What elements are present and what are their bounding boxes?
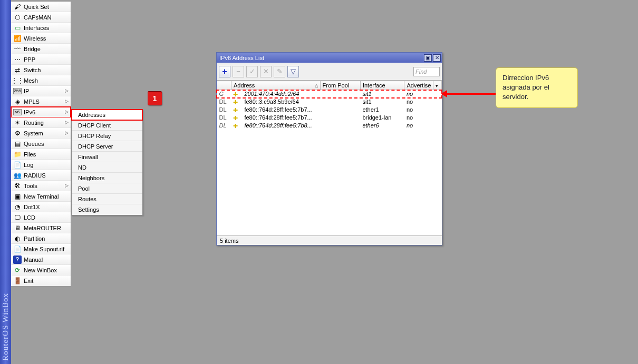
files-icon: 📁 (13, 150, 22, 159)
sidebar-item-ip[interactable]: 255IP▷ (11, 86, 71, 96)
cell-flag: DL (217, 122, 231, 130)
sidebar-item-tools[interactable]: 🛠Tools▷ (11, 181, 71, 191)
cell-advertise: no (404, 114, 433, 122)
sidebar-item-label: Partition (24, 235, 45, 242)
sidebar-item-quick-set[interactable]: 🖌Quick Set (11, 2, 71, 12)
sidebar-item-wireless[interactable]: 📶Wireless (11, 33, 71, 44)
table-row[interactable]: DL✚fe80::764d:28ff:fee5:7b7...ether1no (217, 106, 442, 114)
bridge-icon: 〰 (13, 45, 22, 53)
toolbar-filter-button[interactable]: ▽ (287, 66, 299, 77)
submenu-arrow-icon: ▷ (65, 88, 69, 93)
col-advertise[interactable]: Advertise (404, 81, 433, 90)
cell-from-pool (320, 98, 360, 106)
sidebar-item-label: Bridge (24, 46, 41, 52)
sidebar-item-label: CAPsMAN (24, 14, 52, 21)
cell-address: fe80::764d:28ff:fee5:7b7... (242, 114, 320, 122)
sidebar-item-dot1x[interactable]: ◔Dot1X (11, 202, 71, 212)
sidebar-item-ppp[interactable]: ⋯PPP (11, 54, 71, 65)
routing-icon: ✶ (13, 119, 22, 127)
submenu-item-routes[interactable]: Routes (72, 194, 142, 204)
cell-flag: DL (217, 106, 231, 114)
sidebar-item-label: Queues (24, 141, 44, 147)
table-row[interactable]: G✚2001:470:4:4dd::2/64sit1no (217, 90, 442, 98)
submenu-item-pool[interactable]: Pool (72, 183, 142, 194)
cell-flag: G (217, 90, 231, 98)
table-row[interactable]: DL✚fe80::764d:28ff:fee5:7b7...bridge1-la… (217, 114, 442, 122)
sidebar-item-interfaces[interactable]: ▭Interfaces (11, 23, 71, 33)
sidebar-item-ipv6[interactable]: v6IPv6▷ (11, 107, 71, 117)
find-input[interactable]: Find (413, 67, 440, 76)
sidebar-item-new-terminal[interactable]: ▣New Terminal (11, 191, 71, 202)
col-interface[interactable]: Interface (360, 81, 404, 90)
submenu-item-dhcp-relay[interactable]: DHCP Relay (72, 131, 142, 141)
sidebar-item-system[interactable]: ⚙System▷ (11, 128, 71, 139)
table-row[interactable]: DL✚fe80::764d:28ff:fee5:7b8...ether6no (217, 122, 442, 130)
sidebar-item-partition[interactable]: ◐Partition (11, 233, 71, 244)
toolbar-remove-button[interactable]: − (233, 66, 244, 77)
toolbar-comment-button[interactable]: ✎ (274, 66, 285, 77)
sidebar-item-label: Make Supout.rif (24, 246, 64, 252)
wireless-icon: 📶 (13, 34, 22, 43)
submenu-item-addresses[interactable]: Addresses (72, 110, 142, 120)
submenu-item-neighbors[interactable]: Neighbors (72, 173, 142, 183)
submenu-item-nd[interactable]: ND (72, 162, 142, 173)
sidebar-item-mpls[interactable]: ◈MPLS▷ (11, 96, 71, 107)
sidebar-item-metarouter[interactable]: 🖥MetaROUTER (11, 223, 71, 233)
window-title: IPv6 Address List (219, 55, 424, 61)
mesh-icon: ⋮⋮ (13, 76, 22, 85)
cell-advertise: no (404, 90, 433, 98)
cell-advertise: no (404, 106, 433, 114)
address-icon: ✚ (233, 123, 238, 130)
cell-interface: ether6 (360, 122, 404, 130)
sidebar-item-capsman[interactable]: ⬡CAPsMAN (11, 12, 71, 23)
sidebar-item-manual[interactable]: ?Manual (11, 254, 71, 265)
col-flags[interactable] (217, 81, 231, 90)
make-supout-rif-icon: 📄 (13, 245, 22, 253)
col-address[interactable]: Address △ (231, 81, 320, 90)
cell-interface: sit1 (360, 98, 404, 106)
sidebar-item-radius[interactable]: 👥RADIUS (11, 170, 71, 181)
cell-flag: DL (217, 98, 231, 106)
ipv6-icon: v6 (13, 109, 22, 115)
sidebar-item-mesh[interactable]: ⋮⋮Mesh (11, 75, 71, 86)
new-winbox-icon: ⟳ (13, 266, 22, 274)
sidebar-item-new-winbox[interactable]: ⟳New WinBox (11, 265, 71, 276)
submenu-item-dhcp-client[interactable]: DHCP Client (72, 120, 142, 131)
switch-icon: ⇄ (13, 66, 22, 74)
submenu-item-dhcp-server[interactable]: DHCP Server (72, 141, 142, 152)
col-menu-button[interactable]: ▾ (433, 81, 442, 90)
sidebar-item-label: Log (24, 162, 33, 168)
sidebar-item-label: LCD (24, 214, 35, 221)
sidebar-item-files[interactable]: 📁Files (11, 149, 71, 160)
sidebar-item-bridge[interactable]: 〰Bridge (11, 44, 71, 54)
address-icon: ✚ (233, 107, 238, 114)
sidebar-item-label: Mesh (24, 77, 38, 84)
sidebar-item-exit[interactable]: 🚪Exit (11, 276, 71, 286)
sidebar-item-lcd[interactable]: 🖵LCD (11, 212, 71, 223)
sidebar-item-label: RADIUS (24, 172, 46, 179)
sidebar-item-queues[interactable]: ▤Queues (11, 139, 71, 149)
submenu-item-firewall[interactable]: Firewall (72, 152, 142, 162)
metarouter-icon: 🖥 (13, 224, 22, 232)
submenu-item-settings[interactable]: Settings (72, 204, 142, 215)
sidebar-item-routing[interactable]: ✶Routing▷ (11, 117, 71, 128)
sidebar-item-label: Tools (24, 183, 37, 189)
window-titlebar[interactable]: IPv6 Address List ▣ ✕ (217, 53, 442, 63)
new-terminal-icon: ▣ (13, 192, 22, 201)
exit-icon: 🚪 (13, 277, 22, 285)
toolbar-disable-button[interactable]: ✕ (260, 66, 272, 77)
toolbar-enable-button[interactable]: ✓ (246, 66, 258, 77)
window-close-button[interactable]: ✕ (433, 54, 441, 62)
sidebar-item-log[interactable]: 📄Log (11, 160, 71, 170)
ip-icon: 255 (13, 88, 22, 94)
sidebar-item-make-supout-rif[interactable]: 📄Make Supout.rif (11, 244, 71, 254)
window-unpin-button[interactable]: ▣ (424, 54, 432, 62)
callout-step-1: 1 (148, 91, 162, 105)
capsman-icon: ⬡ (13, 13, 22, 22)
sidebar-item-switch[interactable]: ⇄Switch (11, 65, 71, 75)
address-icon: ✚ (233, 115, 238, 122)
col-from-pool[interactable]: From Pool (320, 81, 360, 90)
toolbar-add-button[interactable]: + (219, 66, 230, 77)
cell-spacer (433, 106, 442, 114)
table-row[interactable]: DL✚fe80::3:c9a3:5b9e/64sit1no (217, 98, 442, 106)
